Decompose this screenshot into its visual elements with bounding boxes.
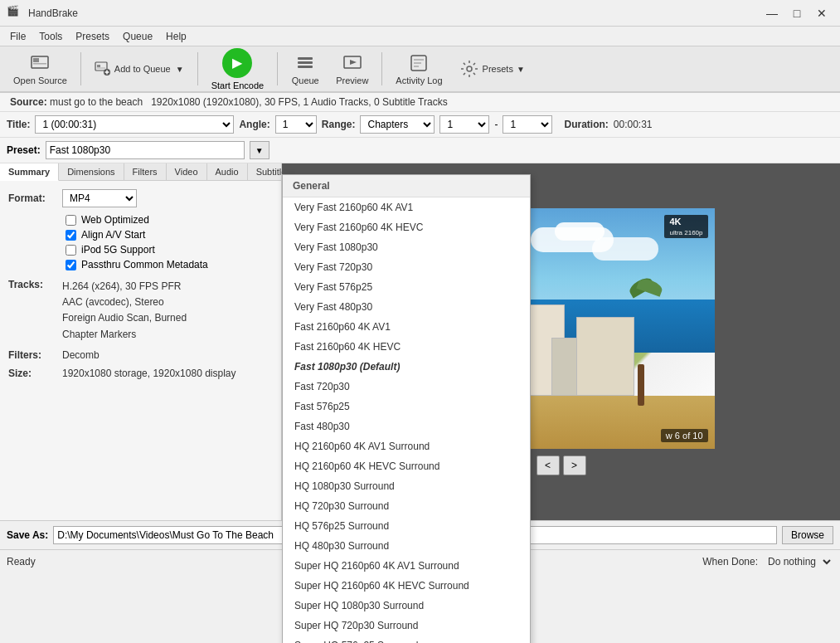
title-select[interactable]: 1 (00:00:31) [35, 115, 234, 134]
track-2: AAC (avcodec), Stereo [62, 295, 187, 310]
checkboxes-group: Web Optimized Align A/V Start iPod 5G Su… [62, 214, 273, 270]
preset-hq-480[interactable]: HQ 480p30 Surround [283, 536, 530, 556]
open-source-button[interactable]: Open Source [7, 49, 74, 89]
track-4: Chapter Markers [62, 327, 187, 343]
queue-button[interactable]: Queue [284, 49, 326, 89]
track-3: Foreign Audio Scan, Burned [62, 310, 187, 326]
preset-label: Preset: [7, 144, 41, 156]
presets-dropdown-arrow[interactable]: ▼ [517, 65, 525, 74]
queue-icon [295, 53, 315, 73]
menu-queue[interactable]: Queue [116, 29, 159, 44]
save-as-label: Save As: [7, 529, 48, 541]
preset-fast-720[interactable]: Fast 720p30 [283, 377, 530, 397]
preset-fast-2160-hevc[interactable]: Fast 2160p60 4K HEVC [283, 337, 530, 357]
tracks-label: Tracks: [8, 279, 62, 290]
menu-file[interactable]: File [3, 29, 32, 44]
open-source-icon [30, 53, 50, 73]
start-encode-button[interactable]: ▶ Start Encode [205, 45, 271, 94]
activity-log-icon [409, 53, 429, 73]
preset-very-fast-480[interactable]: Very Fast 480p30 [283, 297, 530, 317]
close-button[interactable]: ✕ [810, 4, 833, 22]
app-icon: 🎬 [7, 5, 23, 22]
preset-browse-button[interactable]: ▼ [250, 141, 269, 159]
tab-filters[interactable]: Filters [124, 163, 167, 180]
title-label: Title: [7, 119, 30, 130]
range-type-select[interactable]: Chapters [360, 115, 435, 134]
size-value: 1920x1080 storage, 1920x1080 display [62, 368, 236, 379]
preset-hq-2160-av1[interactable]: HQ 2160p60 4K AV1 Surround [283, 436, 530, 456]
ipod-checkbox[interactable] [66, 245, 76, 256]
preset-very-fast-720[interactable]: Very Fast 720p30 [283, 257, 530, 277]
activity-log-button[interactable]: Activity Log [389, 49, 449, 89]
preset-hq-1080[interactable]: HQ 1080p30 Surround [283, 476, 530, 496]
preview-button[interactable]: Preview [329, 49, 375, 89]
format-select[interactable]: MP4 [62, 189, 137, 207]
play-icon: ▶ [222, 48, 252, 78]
preset-fast-480[interactable]: Fast 480p30 [283, 416, 530, 436]
add-to-queue-dropdown-arrow[interactable]: ▼ [176, 65, 184, 74]
when-done-select[interactable]: Do nothing [761, 553, 833, 571]
preview-controls: < > [537, 455, 586, 475]
tab-video[interactable]: Video [167, 163, 207, 180]
chapter-end-select[interactable]: 1 [503, 115, 552, 134]
web-optimized-row: Web Optimized [62, 214, 273, 226]
tab-bar: Summary Dimensions Filters Video Audio S… [0, 163, 281, 181]
separator-1 [80, 52, 81, 85]
menu-presets[interactable]: Presets [69, 29, 116, 44]
web-optimized-checkbox[interactable] [66, 215, 76, 226]
preset-super-hq-720[interactable]: Super HQ 720p30 Surround [283, 616, 530, 636]
preset-very-fast-2160-hevc[interactable]: Very Fast 2160p60 4K HEVC [283, 217, 530, 237]
menu-bar: File Tools Presets Queue Help [0, 27, 840, 46]
align-av-checkbox[interactable] [66, 230, 76, 241]
passthru-checkbox[interactable] [66, 260, 76, 270]
svg-rect-9 [298, 57, 313, 60]
toolbar: Open Source Add to Queue ▼ ▶ Start Encod… [0, 46, 840, 93]
preset-very-fast-2160-av1[interactable]: Very Fast 2160p60 4K AV1 [283, 197, 530, 217]
add-to-queue-button[interactable]: Add to Queue ▼ [88, 49, 191, 89]
maximize-button[interactable]: □ [785, 4, 808, 22]
dropdown-section-general: General [283, 175, 530, 197]
size-row: Size: 1920x1080 storage, 1920x1080 displ… [8, 368, 273, 379]
menu-help[interactable]: Help [159, 29, 193, 44]
angle-select[interactable]: 1 [275, 115, 317, 134]
separator-3 [277, 52, 278, 85]
preview-next-button[interactable]: > [563, 455, 586, 475]
align-av-row: Align A/V Start [62, 229, 273, 241]
filters-row: Filters: Decomb [8, 349, 273, 361]
tab-audio[interactable]: Audio [207, 163, 248, 180]
menu-tools[interactable]: Tools [32, 29, 69, 44]
preset-hq-576[interactable]: HQ 576p25 Surround [283, 516, 530, 536]
svg-rect-11 [298, 66, 313, 68]
preset-super-hq-576[interactable]: Super HQ 576p25 Surround [283, 636, 530, 643]
preset-super-hq-2160-av1[interactable]: Super HQ 2160p60 4K AV1 Surround [283, 556, 530, 576]
tab-summary[interactable]: Summary [0, 163, 59, 181]
preset-very-fast-576[interactable]: Very Fast 576p25 [283, 277, 530, 297]
status-text: Ready [7, 556, 36, 567]
svg-point-18 [467, 66, 472, 71]
preset-input[interactable] [46, 141, 245, 159]
size-label: Size: [8, 368, 62, 379]
minimize-button[interactable]: — [760, 4, 784, 22]
preset-row: Preset: ▼ [0, 138, 840, 163]
svg-rect-10 [298, 61, 313, 64]
svg-marker-13 [350, 60, 357, 65]
preset-super-hq-2160-hevc[interactable]: Super HQ 2160p60 4K HEVC Surround [283, 576, 530, 596]
presets-toolbar-button[interactable]: Presets ▼ [453, 49, 532, 89]
preview-icon [342, 53, 362, 73]
browse-button[interactable]: Browse [782, 526, 833, 544]
preset-super-hq-1080[interactable]: Super HQ 1080p30 Surround [283, 596, 530, 616]
web-optimized-label: Web Optimized [81, 214, 149, 226]
tab-dimensions[interactable]: Dimensions [59, 163, 124, 180]
preset-hq-2160-hevc[interactable]: HQ 2160p60 4K HEVC Surround [283, 456, 530, 476]
preset-fast-1080-default[interactable]: Fast 1080p30 (Default) [283, 357, 530, 377]
preset-fast-576[interactable]: Fast 576p25 [283, 397, 530, 416]
filters-label: Filters: [8, 349, 62, 361]
format-row: Format: MP4 [8, 189, 273, 207]
preset-hq-720[interactable]: HQ 720p30 Surround [283, 496, 530, 516]
preset-fast-2160-av1[interactable]: Fast 2160p60 4K AV1 [283, 317, 530, 337]
chapter-start-select[interactable]: 1 [439, 115, 489, 134]
preview-prev-button[interactable]: < [537, 455, 560, 475]
window-controls: — □ ✕ [760, 4, 833, 22]
summary-tab-content: Format: MP4 Web Optimized Align A/V Star… [0, 181, 281, 520]
preset-very-fast-1080[interactable]: Very Fast 1080p30 [283, 237, 530, 257]
